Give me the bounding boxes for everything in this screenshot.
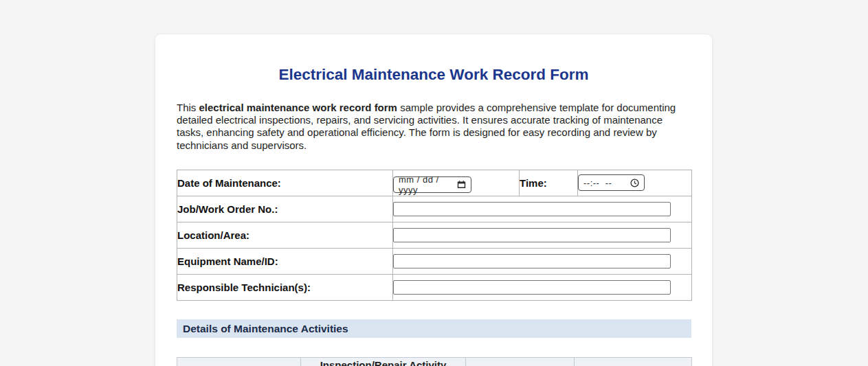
technician-label: Responsible Technician(s):: [177, 274, 393, 300]
form-card: Electrical Maintenance Work Record Form …: [155, 34, 712, 366]
activities-header-col3: [466, 357, 575, 366]
activities-header-col1: [177, 357, 301, 366]
activities-header-col2: Inspection/Repair Activity: [301, 357, 466, 366]
time-label: Time:: [520, 170, 578, 196]
activities-header-col4: [575, 357, 692, 366]
technician-cell: [393, 274, 692, 300]
table-row-equipment: Equipment Name/ID:: [177, 248, 692, 274]
equipment-cell: [393, 248, 692, 274]
date-of-maintenance-label: Date of Maintenance:: [177, 170, 393, 196]
clock-icon[interactable]: [630, 179, 639, 187]
location-cell: [393, 222, 692, 248]
table-row-location: Location/Area:: [177, 222, 692, 248]
table-row-technician: Responsible Technician(s):: [177, 274, 692, 300]
date-input[interactable]: mm / dd / yyyy: [393, 176, 471, 193]
date-placeholder: mm / dd / yyyy: [399, 174, 452, 195]
page-title: Electrical Maintenance Work Record Form: [177, 65, 691, 84]
time-placeholder: --:-- --: [583, 178, 612, 188]
location-label: Location/Area:: [177, 222, 393, 248]
job-order-label: Job/Work Order No.:: [177, 196, 393, 222]
table-row-date-time: Date of Maintenance: mm / dd / yyyy Time…: [177, 170, 692, 196]
time-input[interactable]: --:-- --: [578, 174, 645, 191]
date-cell: mm / dd / yyyy: [393, 170, 520, 196]
details-section-header: Details of Maintenance Activities: [177, 319, 691, 338]
table-row-job-order: Job/Work Order No.:: [177, 196, 692, 222]
location-input[interactable]: [393, 228, 671, 242]
work-record-table: Date of Maintenance: mm / dd / yyyy Time…: [177, 170, 692, 301]
technician-input[interactable]: [393, 280, 671, 295]
calendar-icon[interactable]: [457, 180, 466, 189]
intro-paragraph: This electrical maintenance work record …: [177, 102, 691, 152]
time-cell: --:-- --: [578, 170, 692, 196]
intro-text-bold: electrical maintenance work record form: [199, 102, 397, 113]
activities-header-row: Inspection/Repair Activity: [177, 357, 692, 366]
job-order-input[interactable]: [393, 202, 671, 216]
intro-text-prefix: This: [177, 102, 199, 113]
maintenance-activities-table: Inspection/Repair Activity: [177, 357, 692, 366]
job-order-cell: [393, 196, 692, 222]
equipment-label: Equipment Name/ID:: [177, 248, 393, 274]
equipment-input[interactable]: [393, 254, 671, 268]
